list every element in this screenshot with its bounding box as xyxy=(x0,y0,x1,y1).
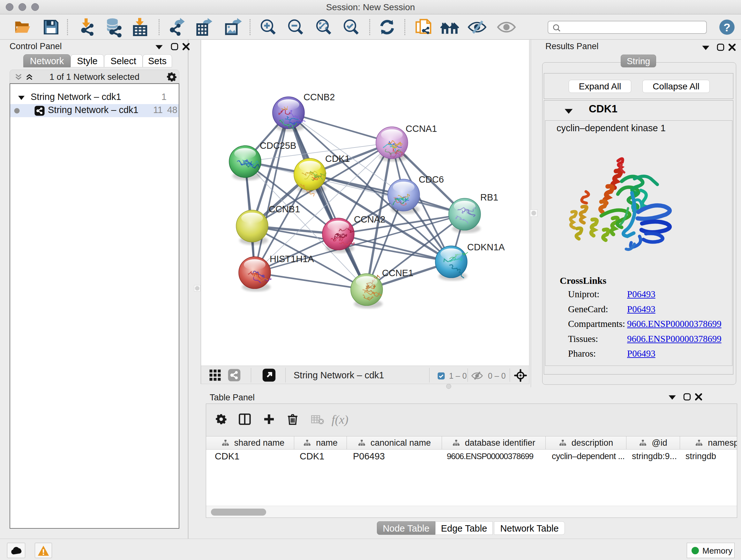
svg-text:CDC25B: CDC25B xyxy=(260,140,296,151)
svg-text:HIST1H1A: HIST1H1A xyxy=(270,254,314,264)
svg-text:CDC6: CDC6 xyxy=(419,174,444,185)
svg-text:RB1: RB1 xyxy=(480,192,498,202)
svg-text:CDKN1A: CDKN1A xyxy=(467,242,505,252)
svg-text:CCNE1: CCNE1 xyxy=(382,268,413,278)
svg-text:CCNA2: CCNA2 xyxy=(354,214,385,225)
svg-text:CDK1: CDK1 xyxy=(325,153,350,164)
svg-text:CCNB1: CCNB1 xyxy=(269,204,300,214)
svg-text:?: ? xyxy=(724,21,731,34)
svg-text:CCNA1: CCNA1 xyxy=(406,124,437,134)
svg-text:CCNB2: CCNB2 xyxy=(304,92,335,102)
